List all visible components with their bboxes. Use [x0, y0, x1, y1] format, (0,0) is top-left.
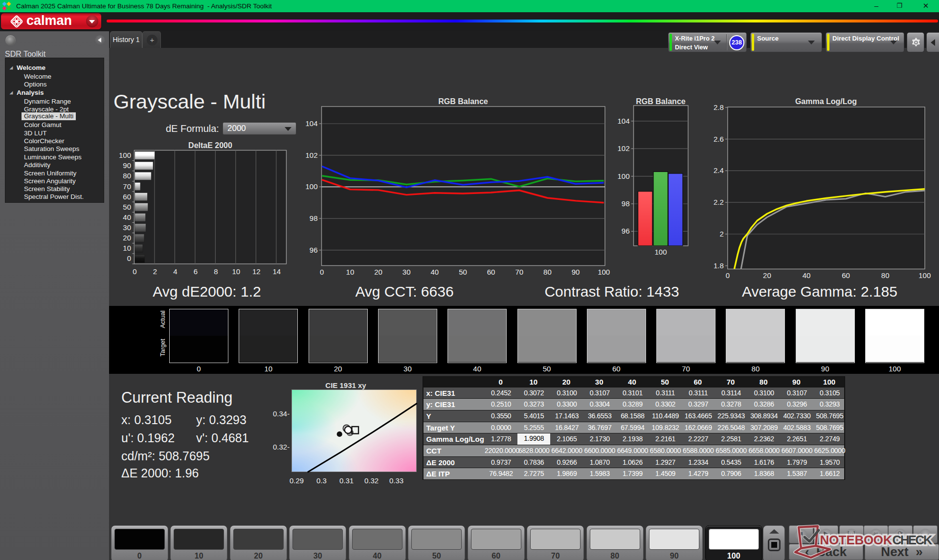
svg-text:CHECK: CHECK — [893, 533, 933, 547]
svg-text:NOTEBOOK: NOTEBOOK — [820, 533, 893, 547]
